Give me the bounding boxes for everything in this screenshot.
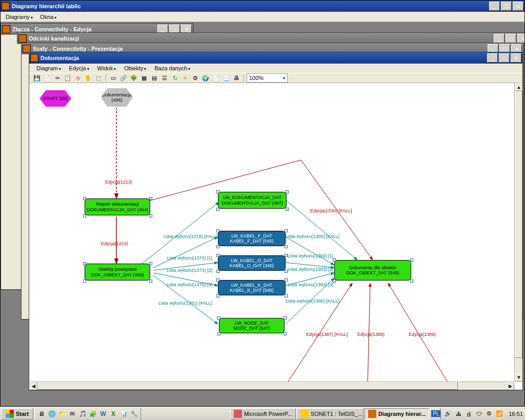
- hand-icon[interactable]: ✋: [84, 73, 93, 83]
- node-kabel-f[interactable]: LW_KABEL_F_DAT KABEL_F_DAT (545): [218, 231, 286, 246]
- close-button[interactable]: ✕: [513, 2, 523, 11]
- menu-diagram[interactable]: Diagram▾: [33, 64, 64, 72]
- minimize-button[interactable]: _: [494, 34, 504, 43]
- copy-icon[interactable]: 📄: [43, 73, 52, 83]
- node-rejestr[interactable]: Rejestr dokumentacji DOKUMENTACJA_DAT (4…: [85, 198, 150, 215]
- window-icon: [18, 34, 27, 43]
- tray-icon[interactable]: 🖨: [465, 410, 473, 418]
- minimize-button[interactable]: _: [489, 2, 500, 11]
- edge-label: Lista wyboru(1374) [1]: [167, 255, 212, 261]
- language-indicator[interactable]: PL: [431, 410, 440, 417]
- window-icon: [2, 25, 10, 33]
- menu-okna[interactable]: Okna▾: [37, 13, 59, 21]
- scroll-thumb[interactable]: [37, 382, 458, 390]
- app2-icon[interactable]: 📊: [119, 409, 128, 418]
- desktop-icon[interactable]: 🖥: [37, 409, 46, 418]
- task-powerpoint[interactable]: Microsoft PowerP...: [230, 408, 296, 419]
- node-dok-dla-obiektu[interactable]: Dokumenty dla obiektu DOK_OBIEKT_DAT (54…: [334, 260, 411, 281]
- app-icon[interactable]: 🧩: [88, 409, 97, 418]
- select-icon[interactable]: ⬚: [94, 73, 103, 83]
- window-dok-title: Dokumentacja: [41, 55, 487, 61]
- close-button[interactable]: ✕: [517, 34, 524, 43]
- cut-icon[interactable]: ✂: [53, 73, 62, 83]
- print-icon[interactable]: 🖶: [232, 73, 241, 83]
- tray-icon[interactable]: 🔊: [444, 410, 452, 418]
- app-icon: [2, 2, 10, 10]
- node-kabel-k[interactable]: LW_KABEL_K_DAT KABEL_K_DAT (546): [218, 280, 286, 295]
- start-button[interactable]: Start: [1, 408, 33, 419]
- window-szafy-title: Szafy - Connectivity - Prezentacja: [33, 46, 488, 52]
- excel-icon[interactable]: X: [109, 409, 118, 418]
- edge-label: Lista wyboru(1373) [2]: [167, 268, 212, 273]
- tree-icon[interactable]: 🌳: [129, 73, 138, 83]
- scroll-up-icon[interactable]: ▲: [515, 83, 522, 91]
- scroll-down-icon[interactable]: ▼: [515, 373, 522, 382]
- node-dok-hex[interactable]: Dokumentacja (496): [101, 88, 133, 107]
- edge-label: Lista wyboru(1218) [#ALL]: [164, 234, 217, 239]
- app3-icon[interactable]: 🔧: [129, 409, 138, 418]
- refresh-icon[interactable]: ↻: [170, 73, 179, 83]
- app-titlebar[interactable]: Diagramy hierarchii tablic _ ❐ ✕: [1, 1, 524, 12]
- node-label: DOKUMENTACJA_DAT (497): [221, 201, 283, 206]
- scroll-thumb[interactable]: [515, 91, 522, 358]
- tray-icon[interactable]: 📶: [495, 410, 503, 418]
- zoom-combo[interactable]: 100%▾: [247, 73, 288, 83]
- task-sonet[interactable]: SONET1 : TelGIS_...: [297, 408, 364, 419]
- scroll-left-icon[interactable]: ◀: [29, 382, 37, 390]
- edge-label: Edycja(1330) [#ALL]: [310, 208, 352, 213]
- page-icon[interactable]: 📃: [221, 73, 231, 83]
- edge-label: Edycja(1219): [101, 241, 128, 246]
- explorer-icon[interactable]: 📁: [57, 409, 67, 418]
- outlook-icon[interactable]: ✉: [68, 409, 77, 418]
- vertical-scrollbar[interactable]: ▲ ▼: [514, 83, 522, 382]
- restore-button[interactable]: ❐: [501, 2, 512, 11]
- scroll-right-icon[interactable]: ▶: [506, 382, 514, 390]
- diagram-canvas[interactable]: START (25) Dokumentacja (496) Rejestr do…: [29, 83, 522, 390]
- node-obiekty[interactable]: Obiekty powiązane DOK_OBIEKT_DAT (499): [85, 264, 150, 281]
- node-lwdok[interactable]: LW_DOKUMENTACJA_DAT DOKUMENTACJA_DAT (49…: [218, 192, 287, 209]
- paste-icon[interactable]: 📋: [63, 73, 72, 83]
- world-icon[interactable]: 🌍: [201, 73, 210, 83]
- layers-icon[interactable]: ☰: [160, 73, 169, 83]
- tray-icon[interactable]: ⚙: [485, 410, 493, 418]
- media-icon[interactable]: 🎵: [78, 409, 87, 418]
- tray-icon[interactable]: 🖧: [454, 410, 462, 418]
- task-label: Diagramy hierar...: [378, 411, 426, 417]
- ie-icon[interactable]: 🌐: [47, 409, 56, 418]
- menu-diagramy[interactable]: Diagramy▾: [3, 13, 36, 21]
- edge-label: Lista wyboru(1375) [3]: [167, 282, 212, 287]
- horizontal-scrollbar[interactable]: ◀ ▶: [29, 382, 514, 390]
- word-icon[interactable]: W: [98, 409, 108, 418]
- tray-icon[interactable]: 🛡: [475, 410, 483, 418]
- menu-widok[interactable]: Widok▾: [94, 64, 119, 72]
- task-diagramy[interactable]: Diagramy hierar...: [365, 408, 429, 419]
- doc-icon[interactable]: 📄: [211, 73, 220, 83]
- node-label: KABEL_K_DAT (546): [230, 288, 274, 293]
- menu-bazadanych[interactable]: Baza danych▾: [151, 64, 193, 72]
- cancel-icon[interactable]: ⦸: [73, 73, 83, 83]
- node-kabel-o[interactable]: LW_KABEL_O_DAT KABEL_O_DAT (340): [218, 255, 286, 271]
- maximize-button[interactable]: □: [506, 34, 516, 43]
- edge-label: Lista wyboru(1385) [#ALL]: [286, 234, 339, 239]
- edge-label: Edycja(1389): [409, 332, 436, 337]
- grid-icon[interactable]: ▦: [139, 73, 149, 83]
- gear-icon[interactable]: ⚙: [191, 73, 200, 83]
- svg-line-8: [142, 202, 219, 264]
- menu-obiekty[interactable]: Obiekty▾: [121, 64, 149, 72]
- mdi-area: Złącza - Connectivity - Edycja _ □ ✕ Odc…: [1, 22, 524, 406]
- node-start[interactable]: START (25): [39, 90, 71, 107]
- maximize-button[interactable]: □: [499, 53, 510, 63]
- menu-edycja[interactable]: Edycja▾: [66, 64, 92, 72]
- node-lwnode[interactable]: LW_NODE_DAT NODE_DAT (547): [219, 318, 285, 333]
- layout-icon[interactable]: ▤: [150, 73, 159, 83]
- hierarchy-icon[interactable]: 🔗: [119, 73, 128, 83]
- window-odcinki[interactable]: Odcinki kanalizacji _ □ ✕: [17, 32, 524, 44]
- save-icon[interactable]: 💾: [32, 73, 42, 83]
- clock[interactable]: 16:51: [507, 411, 525, 417]
- node-tool-icon[interactable]: ▭: [109, 73, 118, 83]
- node-label: Dokumentacja: [102, 92, 132, 97]
- window-dokumentacja[interactable]: Dokumentacja _ □ ✕ Diagram▾ Edycja▾ Wido…: [29, 52, 523, 390]
- minimize-button[interactable]: _: [487, 53, 498, 63]
- close-button[interactable]: ✕: [511, 53, 521, 63]
- sun-icon[interactable]: ☀: [180, 73, 190, 83]
